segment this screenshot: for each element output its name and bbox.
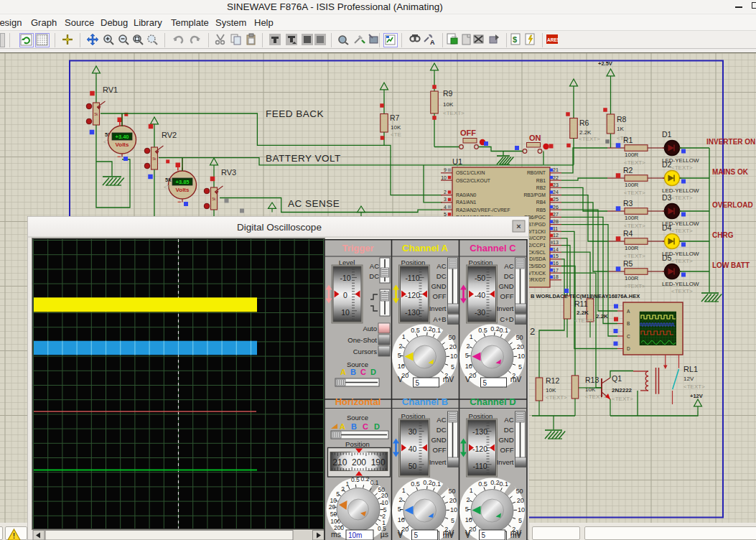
svg-text:RV1: RV1 [103,85,118,94]
svg-text:−: − [177,198,181,205]
svg-text:<TE: <TE [391,131,401,138]
svg-text:2: 2 [466,496,470,503]
svg-text:40: 40 [409,444,417,453]
svg-text:-130: -130 [472,427,487,436]
svg-text:mV: mV [443,531,454,539]
svg-text:R9: R9 [443,89,453,98]
svg-text:R12: R12 [546,376,559,385]
svg-text:2N2222: 2N2222 [612,387,633,394]
svg-text:Cursors: Cursors [353,348,378,355]
svg-text:OFF: OFF [433,292,447,300]
svg-text:AC: AC [504,262,513,270]
svg-text:<TEXT>: <TEXT> [546,394,567,401]
svg-text:ms: ms [331,530,341,539]
svg-text:Horizontal: Horizontal [335,396,381,407]
svg-text:24: 24 [553,190,559,195]
svg-text:10: 10 [381,499,388,506]
svg-text:0.5: 0.5 [478,327,487,334]
svg-text:4: 4 [444,205,447,210]
svg-text:CHRG: CHRG [712,231,734,239]
svg-text:<TEXT>: <TEXT> [624,283,645,289]
svg-text:RA0/AN0: RA0/AN0 [456,192,477,197]
svg-text:18: 18 [553,274,559,279]
svg-text:R6: R6 [579,118,589,127]
svg-text:10: 10 [341,308,350,317]
svg-text:A+B: A+B [433,315,446,323]
svg-text:5: 5 [398,506,401,513]
svg-text:!: ! [13,532,15,540]
svg-text:GND: GND [431,282,446,290]
svg-text:20: 20 [517,497,524,504]
svg-text:0.2: 0.2 [490,479,500,486]
svg-text:DC: DC [504,426,514,434]
svg-text:5: 5 [398,352,401,359]
svg-text:23: 23 [553,182,559,187]
svg-text:10: 10 [465,363,472,370]
svg-text:R13: R13 [585,376,599,384]
svg-text:10K: 10K [585,386,596,393]
svg-text:D5: D5 [662,253,672,262]
svg-text:+12V: +12V [690,393,703,399]
svg-text:RA2/AN2/VREF-/CVREF: RA2/AN2/VREF-/CVREF [456,208,510,213]
svg-text:D: D [627,346,630,351]
svg-text:-110: -110 [472,462,487,470]
svg-text:AC: AC [437,416,446,424]
svg-text:0.1: 0.1 [499,327,508,334]
svg-text:FEED BACK: FEED BACK [266,108,324,119]
svg-text:AC SENSE: AC SENSE [288,198,340,209]
svg-text:<TEXT>: <TEXT> [624,253,645,259]
svg-text:-120: -120 [405,291,420,299]
svg-text:A: A [627,309,630,314]
svg-text:20: 20 [449,343,457,350]
svg-text:<TEXT>: <TEXT> [624,223,645,229]
svg-text:mV: mV [510,375,522,383]
svg-text:R7: R7 [390,113,400,122]
svg-text:mV: mV [443,375,454,383]
svg-text:2: 2 [530,326,535,337]
svg-text:2: 2 [466,343,470,350]
svg-text:12V: 12V [683,376,694,382]
svg-text:-130: -130 [405,308,420,317]
svg-text:R1: R1 [623,136,633,144]
svg-text:DC: DC [437,272,447,280]
svg-text:RB4: RB4 [536,200,546,205]
svg-text:5: 5 [414,531,419,539]
svg-text:D: D [370,368,376,376]
svg-text:Invert: Invert [497,304,514,312]
svg-text:-10: -10 [340,274,350,282]
svg-text:0: 0 [343,291,347,299]
svg-text:5: 5 [465,352,469,359]
svg-text:OSC2/CLKOUT: OSC2/CLKOUT [456,178,490,183]
svg-text:10: 10 [450,353,457,360]
svg-text:5: 5 [416,379,420,387]
svg-text:Trigger: Trigger [342,243,373,253]
svg-text:ON: ON [529,134,541,142]
svg-text:100R: 100R [625,245,638,251]
svg-text:5: 5 [483,379,487,387]
svg-text:26: 26 [553,205,559,210]
svg-text:0.5: 0.5 [478,480,487,488]
svg-text:22: 22 [553,175,559,180]
svg-text:9: 9 [444,167,447,172]
svg-text:ARES: ARES [547,37,559,42]
svg-text:<TEXT>: <TEXT> [579,136,600,142]
svg-text:B: B [350,368,356,376]
svg-text:Volts: Volts [176,187,190,193]
svg-text:10K: 10K [443,101,454,108]
svg-text:10: 10 [518,506,525,513]
svg-text:OFF: OFF [460,129,476,137]
svg-text:-40: -40 [475,291,485,299]
svg-text:<TEXT>: <TEXT> [624,190,645,196]
svg-text:RV2: RV2 [162,131,177,139]
svg-text:D: D [374,422,380,431]
svg-text:INVERTER ON: INVERTER ON [706,138,755,146]
svg-text:GND: GND [431,436,446,444]
svg-text:-50: -50 [475,274,485,282]
svg-text:0.2: 0.2 [361,475,370,483]
svg-text:50: 50 [516,488,523,495]
svg-text:20: 20 [381,492,388,499]
svg-text:10: 10 [330,497,337,504]
svg-text:Channel B: Channel B [402,396,448,407]
svg-text:100R: 100R [625,152,638,158]
svg-text:13: 13 [553,240,559,245]
